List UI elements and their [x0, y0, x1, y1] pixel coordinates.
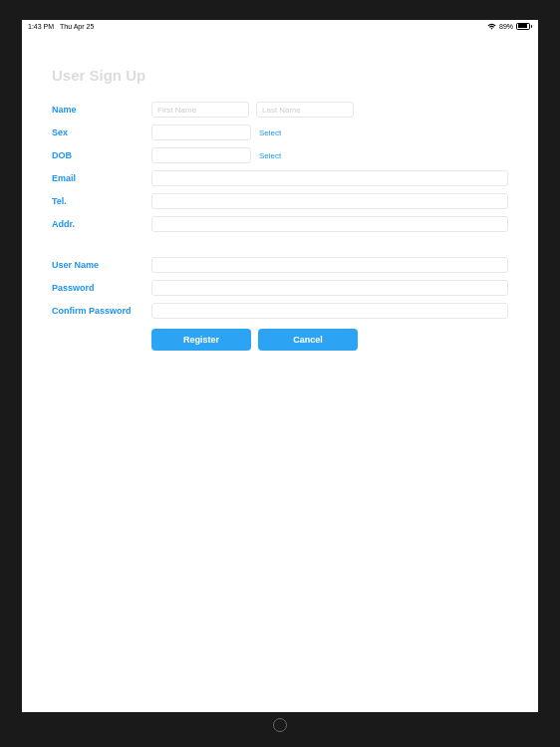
status-time: 1:43 PM	[28, 23, 54, 30]
sex-select-link[interactable]: Select	[259, 128, 281, 137]
email-input[interactable]	[151, 170, 508, 186]
sex-label: Sex	[52, 127, 151, 137]
wifi-icon	[487, 23, 496, 30]
tel-label: Tel.	[52, 196, 151, 206]
password-label: Password	[52, 283, 151, 293]
confirm-password-input[interactable]	[151, 303, 508, 319]
name-label: Name	[52, 105, 151, 115]
dob-select-link[interactable]: Select	[259, 151, 281, 160]
password-input[interactable]	[151, 280, 508, 296]
addr-label: Addr.	[52, 219, 151, 229]
dob-input[interactable]	[151, 147, 251, 163]
home-button[interactable]	[273, 718, 287, 732]
register-button[interactable]: Register	[151, 329, 251, 351]
status-date: Thu Apr 25	[60, 23, 94, 30]
status-bar: 1:43 PM Thu Apr 25 89%	[22, 20, 538, 32]
username-input[interactable]	[151, 257, 508, 273]
battery-icon	[516, 23, 532, 30]
first-name-input[interactable]	[151, 102, 249, 118]
content-area: User Sign Up Name Sex Select DOB Select …	[22, 32, 538, 712]
tel-input[interactable]	[151, 193, 508, 209]
page-title: User Sign Up	[52, 67, 508, 84]
device-frame: 1:43 PM Thu Apr 25 89% User Sign Up Name…	[22, 20, 538, 712]
battery-percentage: 89%	[499, 23, 513, 30]
cancel-button[interactable]: Cancel	[258, 329, 358, 351]
email-label: Email	[52, 173, 151, 183]
confirm-password-label: Confirm Password	[52, 306, 151, 316]
addr-input[interactable]	[151, 216, 508, 232]
last-name-input[interactable]	[256, 102, 354, 118]
username-label: User Name	[52, 260, 151, 270]
sex-input[interactable]	[151, 124, 251, 140]
dob-label: DOB	[52, 150, 151, 160]
